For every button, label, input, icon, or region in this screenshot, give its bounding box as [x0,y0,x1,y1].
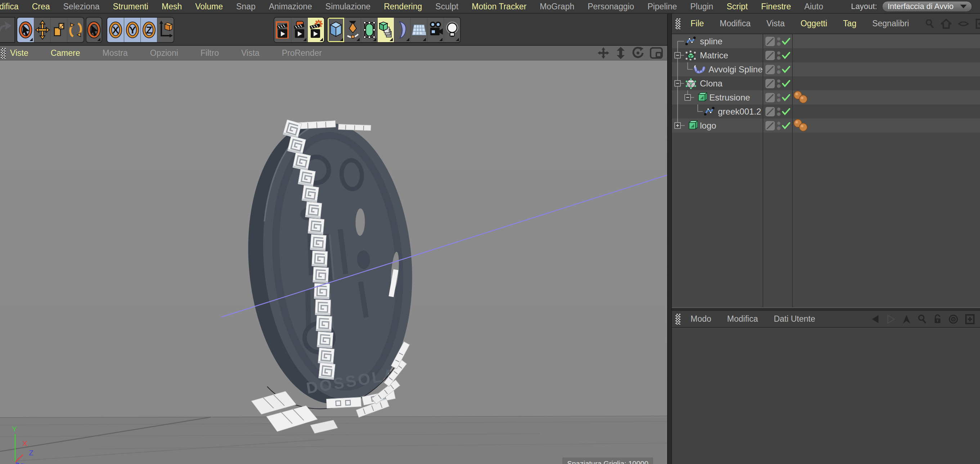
menu-modifica[interactable]: Modifica [0,2,19,11]
object-name[interactable]: Matrice [700,50,728,61]
mograph-generators-button[interactable] [377,18,394,42]
object-name[interactable]: logo [700,121,716,131]
menu-simulazione[interactable]: Simulazione [326,2,371,11]
add-object-icon[interactable] [975,18,980,29]
object-row-matrice[interactable]: Matrice [672,48,980,62]
add-cube-button[interactable] [328,18,344,42]
menu-volume[interactable]: Volume [195,2,223,11]
vp-menu-mostra[interactable]: Mostra [103,48,128,58]
render-view-button[interactable] [274,18,291,42]
pen-spline-button[interactable] [344,18,361,42]
last-used-tool-button[interactable] [86,17,102,43]
om-menu-file[interactable]: File [690,19,704,29]
layout-dropdown[interactable]: Interfaccia di Avvio [882,1,972,12]
add-panel-icon[interactable] [965,314,975,325]
toggle-view-icon[interactable] [650,47,663,59]
object-name[interactable]: Estrusione [709,92,750,103]
arrow-mode-icon[interactable] [902,314,911,324]
search-icon[interactable] [925,19,934,29]
search-icon[interactable] [917,314,927,324]
move-tool-button[interactable] [34,18,50,42]
viewport-canvas[interactable]: DOSSOLA [0,61,667,464]
om-menu-oggetti[interactable]: Oggetti [800,19,827,29]
pan-view-icon[interactable] [597,47,609,59]
am-menu-modifica[interactable]: Modifica [727,314,758,324]
om-menu-vista[interactable]: Vista [767,19,785,29]
menu-mesh[interactable]: Mesh [162,2,182,11]
am-menu-dati-utente[interactable]: Dati Utente [774,314,815,324]
horizontal-divider[interactable] [672,308,980,311]
visibility-toggles[interactable] [762,91,792,104]
menu-snap[interactable]: Snap [236,2,256,11]
visibility-toggles[interactable] [762,62,792,77]
material-tags[interactable] [793,91,815,104]
zoom-view-icon[interactable] [615,47,626,59]
coordinate-system-button[interactable] [157,18,173,42]
menu-rendering[interactable]: Rendering [384,2,422,11]
history-forward-icon[interactable] [886,314,896,324]
vp-menu-vista[interactable]: Vista [241,48,259,58]
object-row-spline[interactable]: spline [672,34,980,48]
light-button[interactable] [444,18,460,42]
undo-button[interactable] [0,17,15,43]
object-name[interactable]: Clona [700,78,722,89]
drag-grip-icon[interactable] [675,314,681,325]
object-name[interactable]: Avvolgi Spline [708,64,762,75]
vp-menu-opzioni[interactable]: Opzioni [150,48,178,58]
menu-personaggio[interactable]: Personaggio [587,2,634,11]
vp-menu-camere[interactable]: Camere [51,48,80,58]
om-menu-segnalibri[interactable]: Segnalibri [872,19,909,29]
deformers-button[interactable] [394,18,410,42]
menu-strumenti[interactable]: Strumenti [113,2,148,11]
vp-menu-prorender[interactable]: ProRender [282,48,322,58]
render-picture-viewer-button[interactable] [291,18,307,42]
om-menu-tag[interactable]: Tag [843,19,856,29]
visibility-toggles[interactable] [762,104,792,118]
visibility-toggles[interactable] [762,34,792,48]
drag-grip-icon[interactable] [1,48,6,59]
rotate-view-icon[interactable] [632,47,644,59]
target-icon[interactable] [948,314,958,324]
panel-divider[interactable] [667,14,672,464]
object-row-clona[interactable]: Clona [672,77,980,91]
subdivision-surface-button[interactable] [361,18,377,42]
visibility-toggles[interactable] [762,48,792,62]
menu-animazione[interactable]: Animazione [269,2,312,11]
menu-crea[interactable]: Crea [32,2,50,11]
perspective-viewport[interactable]: Viste Camere Mostra Opzioni Filtro Vista… [0,46,667,464]
menu-seleziona[interactable]: Seleziona [64,2,100,11]
history-back-icon[interactable] [870,314,880,324]
render-settings-button[interactable] [307,18,324,42]
object-name[interactable]: spline [700,37,722,46]
scale-tool-button[interactable] [50,18,67,42]
lock-icon[interactable] [933,314,942,324]
visibility-toggles[interactable] [762,118,792,132]
menu-aiuto[interactable]: Aiuto [804,2,823,11]
floor-environment-button[interactable] [410,18,427,42]
lock-y-axis-button[interactable]: Y [124,18,140,42]
live-selection-button[interactable] [17,18,34,42]
menu-script[interactable]: Script [727,2,748,11]
object-row-avvolgi-spline[interactable]: Avvolgi Spline [672,62,980,77]
menu-finestre[interactable]: Finestre [761,2,791,11]
material-tags[interactable] [793,118,815,132]
object-row-greek[interactable]: greek001.2 [672,104,980,118]
menu-mograph[interactable]: MoGraph [540,2,574,11]
menu-pipeline[interactable]: Pipeline [648,2,677,11]
visibility-toggles[interactable] [762,77,792,91]
drag-grip-icon[interactable] [675,18,681,29]
vp-menu-filtro[interactable]: Filtro [200,48,219,58]
object-row-logo[interactable]: logo [672,118,980,132]
eye-icon[interactable] [958,20,969,27]
camera-button[interactable] [427,18,444,42]
am-menu-modo[interactable]: Modo [690,314,711,324]
vp-menu-viste[interactable]: Viste [10,48,29,58]
lock-z-axis-button[interactable]: Z [140,18,157,42]
om-menu-modifica[interactable]: Modifica [720,19,751,29]
lock-x-axis-button[interactable]: X [107,18,124,42]
menu-plugin[interactable]: Plugin [690,2,713,11]
rotate-tool-button[interactable] [67,18,84,42]
menu-sculpt[interactable]: Sculpt [435,2,458,11]
menu-motion-tracker[interactable]: Motion Tracker [472,2,527,11]
home-icon[interactable] [941,19,951,29]
